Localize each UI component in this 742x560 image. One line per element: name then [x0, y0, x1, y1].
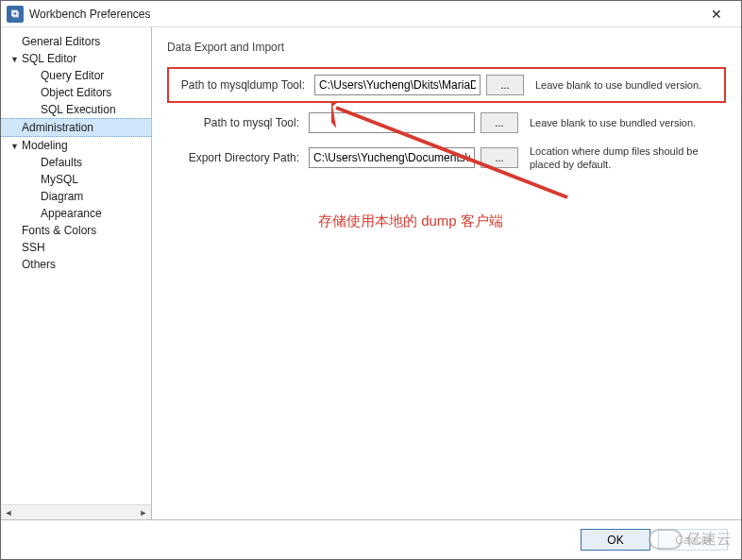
sidebar-item-ssh[interactable]: SSH — [1, 239, 151, 256]
help-exportdir: Location where dump files should be plac… — [530, 144, 718, 171]
label-mysqldump: Path to mysqldump Tool: — [173, 78, 314, 92]
watermark-text: 亿速云 — [686, 530, 732, 550]
input-exportdir-path[interactable] — [309, 147, 475, 168]
sidebar-item-appearance[interactable]: Appearance — [1, 205, 151, 222]
preferences-window: ⧉ Workbench Preferences ✕ General Editor… — [0, 0, 742, 560]
row-mysqldump: Path to mysqldump Tool: ... Leave blank … — [167, 67, 726, 103]
cloud-icon — [649, 529, 683, 550]
sidebar-item-modeling[interactable]: Modeling — [1, 137, 151, 154]
sidebar-item-diagram[interactable]: Diagram — [1, 188, 151, 205]
sidebar-tree: General Editors SQL Editor Query Editor … — [1, 27, 152, 519]
sidebar-item-object-editors[interactable]: Object Editors — [1, 84, 151, 101]
scroll-right-icon[interactable]: ► — [136, 508, 151, 518]
label-mysql: Path to mysql Tool: — [167, 116, 309, 129]
annotation-text: 存储使用本地的 dump 客户端 — [318, 212, 503, 230]
sidebar-item-administration[interactable]: Administration — [1, 118, 151, 137]
sidebar-horizontal-scrollbar[interactable]: ◄ ► — [1, 504, 151, 519]
sidebar-item-query-editor[interactable]: Query Editor — [1, 67, 151, 84]
sidebar-item-others[interactable]: Others — [1, 256, 151, 273]
close-button[interactable]: ✕ — [698, 7, 735, 22]
input-mysql-path[interactable] — [309, 112, 475, 133]
sidebar-item-sql-editor[interactable]: SQL Editor — [1, 50, 151, 67]
window-title: Workbench Preferences — [29, 8, 698, 21]
row-mysql: Path to mysql Tool: ... Leave blank to u… — [167, 112, 726, 133]
label-exportdir: Export Directory Path: — [167, 151, 309, 164]
app-icon: ⧉ — [7, 6, 24, 23]
content-panel: Data Export and Import Path to mysqldump… — [152, 27, 741, 519]
titlebar: ⧉ Workbench Preferences ✕ — [1, 1, 741, 27]
input-mysqldump-path[interactable] — [314, 75, 481, 95]
sidebar-item-fonts-colors[interactable]: Fonts & Colors — [1, 222, 151, 239]
dialog-footer: OK Cancel — [1, 519, 741, 559]
scroll-left-icon[interactable]: ◄ — [1, 508, 16, 518]
sidebar-item-mysql[interactable]: MySQL — [1, 171, 151, 188]
ok-button[interactable]: OK — [581, 529, 650, 551]
help-mysql: Leave blank to use bundled version. — [530, 116, 696, 129]
sidebar-item-sql-execution[interactable]: SQL Execution — [1, 101, 151, 118]
browse-mysqldump-button[interactable]: ... — [486, 75, 524, 95]
browse-exportdir-button[interactable]: ... — [481, 147, 518, 168]
row-exportdir: Export Directory Path: ... Location wher… — [167, 144, 726, 171]
section-title: Data Export and Import — [167, 41, 726, 54]
help-mysqldump: Leave blank to use bundled version. — [535, 78, 701, 92]
watermark: 亿速云 — [649, 529, 732, 550]
window-body: General Editors SQL Editor Query Editor … — [1, 27, 741, 519]
sidebar-item-general-editors[interactable]: General Editors — [1, 33, 151, 50]
sidebar-item-defaults[interactable]: Defaults — [1, 154, 151, 171]
browse-mysql-button[interactable]: ... — [481, 112, 518, 133]
